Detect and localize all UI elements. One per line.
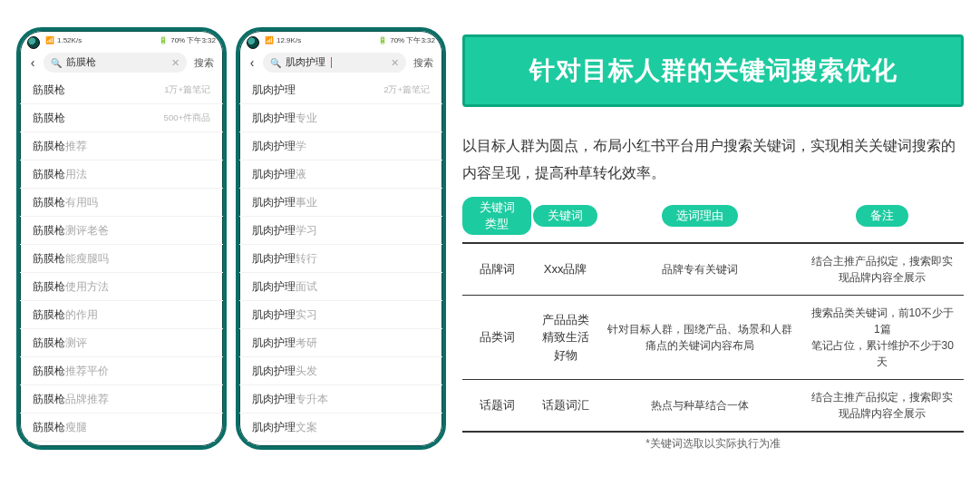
signal-icon: 📶 (265, 36, 274, 44)
header-note: 备注 (856, 205, 908, 227)
suggestion-list: 肌肉护理2万+篇笔记肌肉护理专业肌肉护理学肌肉护理液肌肉护理事业肌肉护理学习肌肉… (239, 76, 442, 442)
cell: 产品品类 精致生活好物 (531, 296, 599, 380)
camera-notch-icon (247, 36, 259, 49)
right-column: 针对目标人群的关键词搜索优化 以目标人群为圆点，布局小红书平台用户搜索关键词，实… (462, 27, 964, 452)
suggestion-item[interactable]: 筋膜枪能瘦腿吗 (20, 245, 223, 273)
cell: 搜索品类关键词，前10不少于1篇 笔记占位，累计维护不少于30天 (801, 296, 964, 380)
cell: Xxx品牌 (531, 243, 599, 296)
cell: 话题词 (462, 380, 531, 433)
clear-icon[interactable]: ✕ (171, 57, 180, 69)
cell: 针对目标人群，围绕产品、场景和人群痛点的关键词内容布局 (599, 296, 801, 380)
search-bar: ‹ 🔍肌肉护理 ✕ 搜索 (247, 51, 435, 74)
suggestion-item[interactable]: 肌肉护理面试 (239, 273, 442, 301)
signal-icon: 📶 (45, 36, 54, 44)
suggestion-item[interactable]: 筋膜枪斜方肌 (20, 442, 223, 450)
suggestion-item[interactable]: 筋膜枪推荐 (20, 132, 223, 161)
status-bar: 📶12.9K/s 🔋70% 下午3:32 (239, 31, 442, 47)
title-banner: 针对目标人群的关键词搜索优化 (462, 34, 964, 107)
time-battery: 70% 下午3:32 (390, 35, 435, 45)
suggestion-item[interactable]: 肌肉护理考研 (239, 329, 442, 357)
time-battery: 70% 下午3:32 (170, 35, 216, 45)
table-row: 品类词产品品类 精致生活好物针对目标人群，围绕产品、场景和人群痛点的关键词内容布… (462, 296, 964, 380)
phone-left: 📶1.52K/s 🔋70% 下午3:32 ‹ 🔍筋膜枪 ✕ 搜索 筋膜枪1万+篇… (16, 27, 227, 450)
suggestion-item[interactable]: 筋膜枪的作用 (20, 301, 223, 329)
battery-icon: 🔋 (378, 36, 387, 44)
suggestion-item[interactable]: 肌肉护理2万+篇笔记 (239, 76, 442, 104)
status-bar: 📶1.52K/s 🔋70% 下午3:32 (20, 31, 223, 47)
search-query-text: 肌肉护理 (286, 56, 325, 69)
table-row: 话题词话题词汇热点与种草结合一体结合主推产品拟定，搜索即实现品牌内容全展示 (462, 380, 964, 433)
clear-icon[interactable]: ✕ (391, 57, 399, 69)
search-icon: 🔍 (270, 58, 281, 68)
text-cursor-icon (331, 57, 332, 68)
suggestion-item[interactable]: 筋膜枪1万+篇笔记 (20, 76, 223, 104)
camera-notch-icon (27, 36, 40, 49)
suggestion-item[interactable]: 筋膜枪品牌推荐 (20, 385, 223, 414)
phone-mockups: 📶1.52K/s 🔋70% 下午3:32 ‹ 🔍筋膜枪 ✕ 搜索 筋膜枪1万+篇… (16, 27, 446, 450)
header-keyword: 关键词 (533, 205, 597, 227)
cell: 品类词 (462, 296, 531, 380)
header-type: 关键词类型 (462, 197, 531, 235)
suggestion-item[interactable]: 筋膜枪使用方法 (20, 273, 223, 301)
suggestion-item[interactable]: 肌肉护理文案 (239, 414, 442, 442)
suggestion-item[interactable]: 肌肉护理实习 (239, 301, 442, 329)
cell: 品牌专有关键词 (599, 243, 801, 296)
search-input[interactable]: 🔍肌肉护理 ✕ (263, 53, 406, 73)
keyword-table: 关键词类型 关键词 选词理由 备注 品牌词Xxx品牌品牌专有关键词结合主推产品拟… (462, 193, 964, 433)
table-footnote: *关键词选取以实际执行为准 (462, 436, 964, 452)
back-icon[interactable]: ‹ (27, 55, 38, 70)
description-text: 以目标人群为圆点，布局小红书平台用户搜索关键词，实现相关关键词搜索的内容呈现，提… (462, 132, 964, 186)
suggestion-item[interactable]: 筋膜枪推荐平价 (20, 357, 223, 385)
suggestion-item[interactable]: 筋膜枪测评 (20, 329, 223, 357)
suggestion-item[interactable]: 肌肉护理液 (239, 161, 442, 189)
suggestion-item[interactable]: 筋膜枪用法 (20, 161, 223, 189)
cell: 结合主推产品拟定，搜索即实现品牌内容全展示 (801, 380, 964, 433)
suggestion-item[interactable]: 肌肉护理学习 (239, 217, 442, 245)
cell: 话题词汇 (531, 380, 599, 433)
table-row: 品牌词Xxx品牌品牌专有关键词结合主推产品拟定，搜索即实现品牌内容全展示 (462, 243, 964, 296)
suggestion-item[interactable]: 肌肉护理专业 (239, 104, 442, 132)
battery-icon: 🔋 (159, 36, 168, 44)
search-button[interactable]: 搜索 (412, 56, 435, 70)
cell: 品牌词 (462, 243, 531, 296)
suggestion-item[interactable]: 肌肉护理事业 (239, 189, 442, 217)
suggestion-list: 筋膜枪1万+篇笔记筋膜枪500+件商品筋膜枪推荐筋膜枪用法筋膜枪有用吗筋膜枪测评… (20, 76, 223, 450)
cell: 热点与种草结合一体 (599, 380, 801, 433)
suggestion-item[interactable]: 筋膜枪500+件商品 (20, 104, 223, 132)
network-speed: 12.9K/s (277, 36, 301, 44)
suggestion-item[interactable]: 肌肉护理专升本 (239, 385, 442, 414)
suggestion-item[interactable]: 筋膜枪测评老爸 (20, 217, 223, 245)
network-speed: 1.52K/s (57, 36, 82, 44)
suggestion-item[interactable]: 肌肉护理头发 (239, 357, 442, 385)
phone-right: 📶12.9K/s 🔋70% 下午3:32 ‹ 🔍肌肉护理 ✕ 搜索 肌肉护理2万… (236, 27, 446, 450)
suggestion-item[interactable]: 筋膜枪瘦腿 (20, 414, 223, 442)
suggestion-item[interactable]: 肌肉护理转行 (239, 245, 442, 273)
search-icon: 🔍 (51, 58, 62, 68)
search-button[interactable]: 搜索 (192, 56, 216, 70)
search-input[interactable]: 🔍筋膜枪 ✕ (44, 53, 187, 73)
search-query-text: 筋膜枪 (66, 56, 96, 69)
search-bar: ‹ 🔍筋膜枪 ✕ 搜索 (27, 51, 216, 74)
back-icon[interactable]: ‹ (247, 55, 257, 70)
header-reason: 选词理由 (662, 205, 738, 227)
suggestion-item[interactable]: 筋膜枪有用吗 (20, 189, 223, 217)
cell: 结合主推产品拟定，搜索即实现品牌内容全展示 (801, 243, 964, 296)
suggestion-item[interactable]: 肌肉护理学 (239, 132, 442, 161)
